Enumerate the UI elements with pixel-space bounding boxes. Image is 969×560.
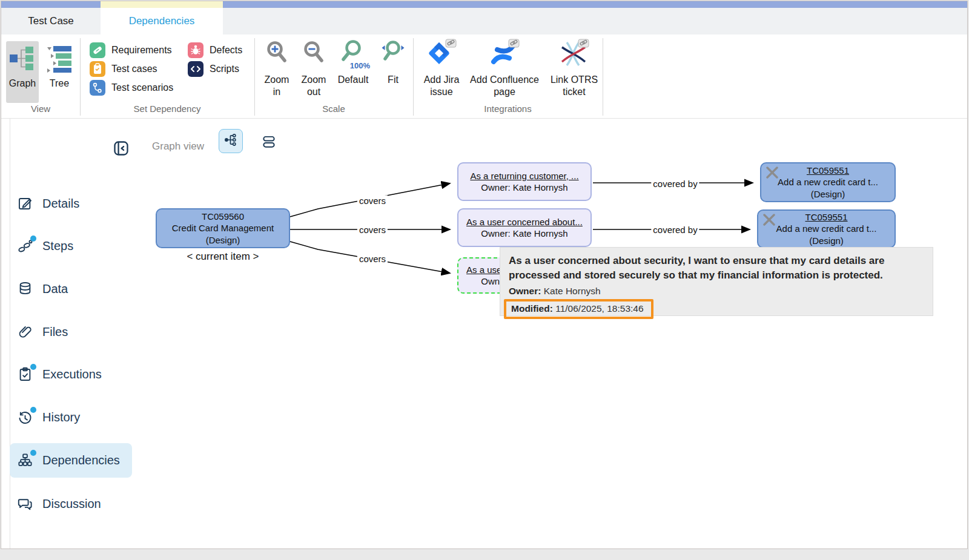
node-title: Add a new credit card t...: [778, 176, 878, 188]
remove-dependency-icon[interactable]: [762, 212, 776, 230]
tab-label: Test Case: [28, 15, 74, 27]
fit-scale-button[interactable]: Fit: [376, 39, 410, 103]
ribbon-tab-bar: Test Case Dependencies: [1, 8, 967, 35]
button-label: Zoom in: [260, 74, 294, 98]
button-label: Add Jira issue: [422, 74, 461, 98]
edge-label-covered-by: covered by: [651, 225, 699, 235]
sidebar-item-label: Dependencies: [42, 453, 120, 467]
zoom-percent-badge: 100%: [350, 61, 370, 70]
default-scale-button[interactable]: 100% Default: [334, 39, 372, 103]
story-owner: Owner: Kate Hornysh: [481, 228, 567, 240]
steps-icon: [17, 238, 33, 254]
tooltip-owner-line: Owner: Kate Hornysh: [509, 286, 923, 297]
node-id: TC059560: [202, 211, 244, 223]
node-id-link[interactable]: TC059551: [807, 165, 849, 177]
view-mode-label: Graph view: [152, 140, 204, 153]
button-label: Test scenarios: [111, 82, 173, 93]
graph-view-toggle[interactable]: [219, 129, 243, 153]
zoom-in-icon: [263, 39, 290, 71]
defect-icon: [188, 42, 203, 58]
sidebar-item-data[interactable]: Data: [17, 275, 68, 302]
sidebar-item-dependencies[interactable]: Dependencies: [10, 443, 132, 478]
test-case-icon: [90, 61, 105, 77]
add-confluence-page-button[interactable]: Add Confluence page: [466, 39, 543, 103]
story-node[interactable]: As a returning customer, ... Owner: Kate…: [457, 162, 592, 201]
ribbon-group-label: View: [1, 104, 80, 117]
notification-dot: [30, 450, 36, 456]
node-suffix: (Design): [809, 235, 844, 247]
add-requirement-button[interactable]: Requirements: [90, 41, 172, 59]
button-label: Tree: [50, 77, 69, 90]
collapse-panel-icon: [113, 140, 130, 159]
collapse-panel-button[interactable]: [111, 140, 131, 159]
current-test-case-node[interactable]: TC059560 Credit Card Management (Design): [156, 208, 290, 248]
sidebar-item-label: Details: [42, 197, 79, 211]
graph-icon: [9, 45, 36, 75]
script-icon: [188, 61, 203, 77]
button-label: Scripts: [210, 64, 239, 74]
sidebar-item-discussion[interactable]: Discussion: [17, 490, 101, 517]
sidebar-item-label: History: [42, 410, 80, 424]
active-tab-accent: [101, 1, 223, 8]
fit-scale-icon: [380, 39, 406, 71]
graph-canvas: Graph view: [1, 119, 967, 549]
sidebar-item-label: Steps: [42, 239, 73, 253]
tooltip-owner-label: Owner:: [509, 286, 541, 296]
button-label: Link OTRS ticket: [547, 74, 601, 98]
story-link[interactable]: As a user concerned about...: [466, 216, 583, 228]
link-otrs-ticket-button[interactable]: Link OTRS ticket: [547, 39, 601, 103]
zoom-in-button[interactable]: Zoom in: [260, 39, 294, 103]
sidebar-item-history[interactable]: History: [17, 404, 80, 430]
sidebar-item-steps[interactable]: Steps: [17, 232, 73, 259]
button-label: Add Confluence page: [466, 74, 543, 98]
tooltip-owner-value: Kate Hornysh: [544, 286, 601, 296]
notification-dot: [30, 236, 36, 242]
tree-view-button[interactable]: Tree: [42, 41, 76, 103]
test-case-node[interactable]: TC059551 Add a new credit card t... (Des…: [760, 162, 896, 202]
sidebar-item-executions[interactable]: Executions: [17, 361, 102, 387]
tooltip-modified-value: 11/06/2025, 18:53:46: [555, 303, 643, 314]
tab-test-case[interactable]: Test Case: [1, 8, 101, 35]
list-view-icon: [261, 134, 277, 152]
sidebar-item-details[interactable]: Details: [17, 190, 79, 217]
paperclip-icon: [17, 324, 33, 340]
test-scenario-icon: [90, 80, 105, 96]
graph-view-icon: [223, 132, 239, 150]
tab-dependencies[interactable]: Dependencies: [101, 8, 223, 35]
node-suffix: (Design): [811, 188, 845, 200]
story-node[interactable]: As a user concerned about... Owner: Kate…: [457, 208, 592, 247]
test-case-node[interactable]: TC059551 Add a new credit card t... (Des…: [757, 209, 896, 248]
graph-view-button[interactable]: Graph: [6, 41, 39, 103]
edge-label-covers: covers: [357, 254, 388, 264]
button-label: Fit: [388, 74, 399, 86]
node-title: Add a new credit card t...: [776, 223, 877, 235]
zoom-out-icon: [300, 39, 327, 71]
sidebar-item-files[interactable]: Files: [17, 318, 68, 345]
clipboard-check-icon: [17, 366, 33, 383]
ribbon-group-label: Set Dependency: [80, 104, 254, 117]
add-defect-button[interactable]: Defects: [188, 41, 242, 59]
ribbon-group-label: Scale: [254, 104, 413, 117]
sidebar-item-label: Executions: [42, 367, 102, 381]
notification-dot: [30, 407, 36, 413]
tooltip-modified-line: Modified: 11/06/2025, 18:53:46: [511, 303, 644, 314]
button-label: Default: [338, 74, 369, 86]
button-label: Requirements: [111, 45, 172, 56]
add-script-button[interactable]: Scripts: [188, 60, 239, 78]
remove-dependency-icon[interactable]: [765, 165, 779, 183]
edit-icon: [17, 196, 33, 212]
list-view-toggle[interactable]: [259, 133, 279, 153]
top-accent-strip: [1, 1, 967, 8]
zoom-out-button[interactable]: Zoom out: [297, 39, 331, 103]
default-scale-icon: 100%: [340, 39, 366, 71]
tooltip-body: As a user concerned about security, I wa…: [509, 254, 923, 283]
add-jira-issue-button[interactable]: Add Jira issue: [422, 39, 461, 103]
node-suffix: (Design): [206, 234, 240, 246]
story-link[interactable]: As a returning customer, ...: [470, 170, 578, 182]
add-test-case-button[interactable]: Test cases: [90, 60, 157, 78]
app-window: Test Case Dependencies Graph: [1, 1, 968, 549]
node-tooltip: As a user concerned about security, I wa…: [500, 247, 933, 316]
node-id-link[interactable]: TC059551: [805, 211, 847, 223]
add-test-scenario-button[interactable]: Test scenarios: [90, 79, 173, 97]
button-label: Zoom out: [297, 74, 331, 98]
